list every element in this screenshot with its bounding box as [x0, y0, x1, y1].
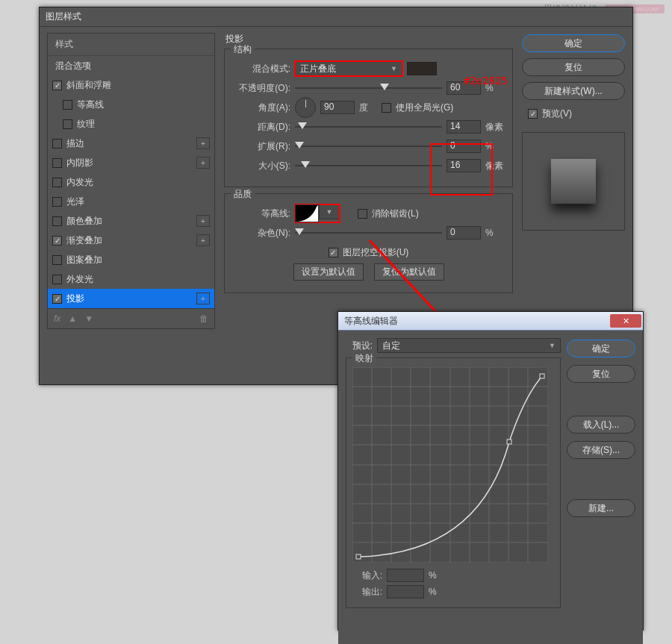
- antialias-checkbox[interactable]: [358, 209, 367, 219]
- style-label: 图案叠加: [66, 254, 102, 266]
- style-row-1[interactable]: 等高线: [48, 95, 214, 114]
- blend-mode-select[interactable]: 正片叠底▼: [295, 61, 402, 76]
- style-checkbox[interactable]: [52, 81, 62, 90]
- curve-output-unit: %: [429, 587, 437, 597]
- add-effect-icon[interactable]: +: [196, 293, 210, 304]
- spread-input[interactable]: 0: [447, 140, 481, 153]
- style-checkbox[interactable]: [52, 197, 62, 207]
- size-input[interactable]: 16: [447, 159, 481, 172]
- style-label: 渐变叠加: [66, 234, 102, 247]
- style-checkbox[interactable]: [52, 255, 62, 265]
- add-effect-icon[interactable]: +: [196, 234, 210, 246]
- style-checkbox[interactable]: [52, 275, 62, 284]
- reset-default-button[interactable]: 复位为默认值: [374, 263, 444, 281]
- distance-unit: 像素: [485, 121, 503, 134]
- blending-options-row[interactable]: 混合选项: [48, 56, 214, 75]
- style-checkbox[interactable]: [52, 236, 62, 246]
- distance-input[interactable]: 14: [447, 120, 481, 134]
- style-checkbox[interactable]: [52, 216, 62, 226]
- curve-output-field[interactable]: [387, 585, 424, 598]
- chevron-down-icon: ▼: [549, 342, 556, 349]
- fx-toolbar: fx ▲ ▼ 🗑: [48, 308, 214, 328]
- size-label: 大小(S):: [234, 160, 290, 172]
- style-label: 斜面和浮雕: [66, 79, 111, 92]
- angle-dial[interactable]: [295, 97, 316, 118]
- new-style-button[interactable]: 新建样式(W)...: [522, 82, 625, 100]
- style-row-9[interactable]: 图案叠加: [48, 250, 214, 269]
- style-row-4[interactable]: 内阴影+: [48, 153, 214, 172]
- style-row-0[interactable]: 斜面和浮雕: [48, 75, 214, 95]
- style-row-5[interactable]: 内发光: [48, 172, 214, 192]
- preview-label: 预览(V): [542, 107, 572, 120]
- chevron-down-icon: ▼: [326, 208, 333, 216]
- quality-label: 品质: [231, 188, 255, 201]
- knockout-checkbox[interactable]: [329, 248, 338, 257]
- trash-icon[interactable]: 🗑: [199, 313, 208, 324]
- contour-swatch[interactable]: [295, 204, 319, 222]
- angle-label: 角度(A):: [234, 101, 290, 114]
- style-checkbox[interactable]: [52, 294, 62, 304]
- contour-editor-dialog: 等高线编辑器 ✕ 预设: 自定▼ 映射: [337, 311, 644, 631]
- spread-slider[interactable]: [295, 141, 442, 151]
- style-row-2[interactable]: 纹理: [48, 114, 214, 134]
- angle-input[interactable]: 90: [320, 101, 355, 114]
- style-checkbox[interactable]: [52, 158, 62, 168]
- global-light-checkbox[interactable]: [382, 103, 391, 113]
- style-checkbox[interactable]: [63, 100, 72, 110]
- cancel-button[interactable]: 复位: [522, 58, 625, 76]
- fx-up-icon[interactable]: ▲: [68, 313, 77, 324]
- close-button[interactable]: ✕: [610, 314, 641, 328]
- contour-cancel-button[interactable]: 复位: [567, 365, 635, 383]
- set-default-button[interactable]: 设置为默认值: [293, 263, 364, 281]
- style-label: 投影: [66, 293, 84, 305]
- curve-input-label: 输入:: [352, 569, 382, 582]
- layer-style-titlebar[interactable]: 图层样式: [40, 7, 632, 27]
- style-row-10[interactable]: 外发光: [48, 269, 214, 289]
- style-checkbox[interactable]: [52, 139, 62, 149]
- quality-group: 品质 等高线: ▼ 消除锯齿(L) 杂色(N):: [224, 193, 513, 293]
- contour-dropdown[interactable]: ▼: [319, 204, 340, 219]
- contour-ok-button[interactable]: 确定: [567, 340, 635, 357]
- contour-label: 等高线:: [234, 207, 290, 220]
- fx-label[interactable]: fx: [54, 313, 60, 324]
- svg-rect-24: [507, 440, 511, 444]
- size-slider[interactable]: [295, 160, 442, 171]
- style-row-6[interactable]: 光泽: [48, 192, 214, 211]
- ok-button[interactable]: 确定: [522, 34, 625, 52]
- style-row-3[interactable]: 描边+: [48, 134, 214, 153]
- noise-input[interactable]: 0: [447, 226, 481, 240]
- style-checkbox[interactable]: [63, 119, 72, 129]
- noise-label: 杂色(N):: [234, 227, 290, 240]
- noise-slider[interactable]: [295, 228, 442, 238]
- add-effect-icon[interactable]: +: [196, 137, 210, 149]
- style-row-8[interactable]: 渐变叠加+: [48, 231, 214, 250]
- svg-rect-25: [540, 374, 544, 378]
- contour-editor-titlebar[interactable]: 等高线编辑器 ✕: [338, 312, 643, 331]
- opacity-slider[interactable]: [295, 83, 442, 93]
- style-label: 内阴影: [66, 157, 93, 169]
- shadow-color-swatch[interactable]: [407, 62, 437, 75]
- knockout-label: 图层挖空投影(U): [343, 246, 409, 259]
- size-unit: 像素: [485, 160, 503, 172]
- blend-mode-label: 混合模式:: [234, 63, 290, 75]
- contour-load-button[interactable]: 载入(L)...: [567, 416, 635, 434]
- add-effect-icon[interactable]: +: [196, 157, 210, 169]
- contour-save-button[interactable]: 存储(S)...: [567, 441, 635, 459]
- preset-select[interactable]: 自定▼: [377, 338, 561, 353]
- curve-input-unit: %: [429, 570, 437, 581]
- style-label: 描边: [66, 137, 84, 150]
- distance-slider[interactable]: [295, 122, 442, 132]
- style-checkbox[interactable]: [52, 178, 62, 187]
- curve-input-field[interactable]: [387, 569, 424, 582]
- spread-unit: %: [485, 141, 503, 151]
- style-row-11[interactable]: 投影+: [48, 289, 214, 308]
- section-title: 投影: [225, 33, 513, 46]
- preset-label: 预设:: [346, 340, 373, 352]
- preview-checkbox[interactable]: [528, 109, 538, 119]
- structure-group: 结构 混合模式: 正片叠底▼ 不透明度(O): 60 % 角度(A):: [224, 49, 513, 187]
- fx-down-icon[interactable]: ▼: [84, 313, 93, 324]
- style-row-7[interactable]: 颜色叠加+: [48, 211, 214, 231]
- contour-new-button[interactable]: 新建...: [567, 499, 635, 517]
- add-effect-icon[interactable]: +: [196, 215, 210, 227]
- curve-canvas[interactable]: [352, 367, 548, 563]
